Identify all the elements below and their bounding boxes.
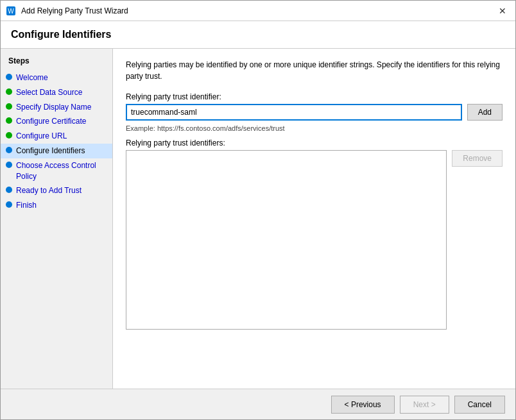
svg-text:W: W	[8, 8, 14, 15]
sidebar-item-label: Choose Access Control Policy	[16, 160, 105, 182]
remove-btn-col: Remove	[452, 150, 503, 330]
sidebar-item-configure-identifiers[interactable]: Configure Identifiers	[1, 144, 112, 158]
title-bar: W Add Relying Party Trust Wizard ✕	[1, 1, 515, 21]
sidebar-item-choose-access-control-policy[interactable]: Choose Access Control Policy	[1, 158, 112, 184]
identifiers-row: Remove	[126, 150, 503, 330]
dot-icon	[6, 132, 12, 139]
dot-icon	[6, 117, 12, 124]
window-title: Add Relying Party Trust Wizard	[21, 6, 495, 15]
sidebar-item-specify-display-name[interactable]: Specify Display Name	[1, 100, 112, 115]
description-text: Relying parties may be identified by one…	[126, 59, 503, 82]
cancel-button[interactable]: Cancel	[454, 396, 505, 414]
identifiers-list[interactable]	[126, 150, 447, 330]
main-window: W Add Relying Party Trust Wizard ✕ Confi…	[0, 0, 516, 420]
steps-label: Steps	[1, 56, 112, 71]
dot-icon	[6, 74, 12, 80]
dot-icon	[6, 88, 12, 95]
example-text: Example: https://fs.contoso.com/adfs/ser…	[126, 124, 503, 132]
sidebar-item-label: Configure URL	[16, 131, 67, 142]
wizard-icon: W	[6, 6, 16, 16]
sidebar-item-ready-to-add-trust[interactable]: Ready to Add Trust	[1, 183, 112, 198]
previous-button[interactable]: < Previous	[331, 396, 395, 414]
identifier-input[interactable]	[126, 104, 462, 121]
sidebar-item-label: Finish	[16, 200, 37, 211]
identifiers-label: Relying party trust identifiers:	[126, 139, 503, 147]
content-area: Steps Welcome Select Data Source Specify…	[1, 49, 515, 389]
close-button[interactable]: ✕	[495, 3, 510, 19]
sidebar-item-label: Ready to Add Trust	[16, 185, 82, 196]
identifier-input-row: Add	[126, 104, 503, 121]
dot-icon	[6, 103, 12, 110]
sidebar-item-label: Welcome	[16, 72, 48, 83]
remove-button[interactable]: Remove	[452, 150, 503, 167]
dot-icon	[6, 147, 12, 153]
sidebar-item-label: Specify Display Name	[16, 102, 91, 113]
sidebar-item-label: Configure Certificate	[16, 116, 86, 127]
add-button[interactable]: Add	[467, 104, 503, 121]
sidebar-item-configure-url[interactable]: Configure URL	[1, 129, 112, 144]
page-title: Configure Identifiers	[11, 29, 505, 40]
sidebar-item-select-data-source[interactable]: Select Data Source	[1, 85, 112, 100]
page-header: Configure Identifiers	[1, 21, 515, 49]
next-button[interactable]: Next >	[400, 396, 449, 414]
main-content: Relying parties may be identified by one…	[113, 49, 515, 389]
sidebar-item-label: Configure Identifiers	[16, 146, 85, 156]
sidebar-item-configure-certificate[interactable]: Configure Certificate	[1, 114, 112, 129]
dot-icon	[6, 187, 12, 193]
dot-icon	[6, 162, 12, 168]
sidebar-item-finish[interactable]: Finish	[1, 198, 112, 213]
identifier-label: Relying party trust identifier:	[126, 92, 503, 101]
sidebar: Steps Welcome Select Data Source Specify…	[1, 49, 113, 389]
sidebar-item-welcome[interactable]: Welcome	[1, 71, 112, 85]
sidebar-item-label: Select Data Source	[16, 87, 82, 98]
footer: < Previous Next > Cancel	[1, 389, 515, 419]
dot-icon	[6, 201, 12, 208]
